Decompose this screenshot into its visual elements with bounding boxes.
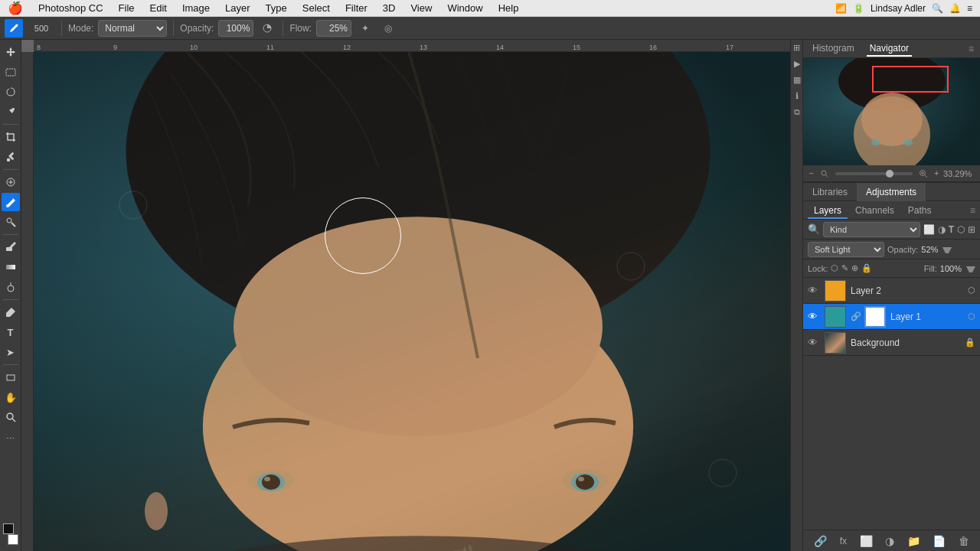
panel-options-icon[interactable]: ≡ <box>969 44 974 54</box>
zoom-slider[interactable] <box>835 172 913 175</box>
menu-view[interactable]: View <box>403 0 439 17</box>
type-tool[interactable]: T <box>2 323 20 341</box>
hand-tool[interactable]: ✋ <box>2 388 20 406</box>
arrange-icon[interactable]: ⊞ <box>793 43 800 53</box>
layer-visibility-eye[interactable]: 👁 <box>808 337 820 348</box>
clone-stamp-tool[interactable] <box>2 213 20 231</box>
filter-smart-icon[interactable]: ⊞ <box>968 224 975 235</box>
marquee-tool[interactable] <box>2 63 20 81</box>
menu-icon[interactable]: ≡ <box>967 3 972 14</box>
tab-navigator[interactable]: Navigator <box>867 41 912 57</box>
tab-libraries[interactable]: Libraries <box>803 183 857 201</box>
play-icon[interactable]: ▶ <box>794 59 800 69</box>
menu-window[interactable]: Window <box>439 0 490 17</box>
new-layer-btn[interactable]: 📄 <box>933 535 946 547</box>
new-folder-btn[interactable]: 📁 <box>907 535 920 547</box>
layer-row[interactable]: 👁 Layer 2 ⬡ <box>803 278 980 304</box>
link-layers-btn[interactable]: 🔗 <box>814 535 827 547</box>
layer-visibility-eye[interactable]: 👁 <box>808 285 820 296</box>
layer-row[interactable]: 👁 🔗 Layer 1 ⬡ <box>803 304 980 330</box>
brush-tool[interactable] <box>2 193 20 211</box>
eyedropper-tool[interactable] <box>2 148 20 166</box>
airbrush-icon[interactable]: ✦ <box>356 19 374 37</box>
opacity-adjust-icon[interactable] <box>258 19 276 37</box>
apple-icon[interactable]: 🍎 <box>8 1 23 15</box>
kind-select[interactable]: Kind <box>823 222 920 237</box>
search-icon[interactable]: 🔍 <box>932 3 943 14</box>
svg-point-52 <box>903 139 913 145</box>
tab-histogram[interactable]: Histogram <box>809 41 858 57</box>
color-swatches[interactable] <box>0 523 21 545</box>
menu-file[interactable]: File <box>111 0 142 17</box>
layer-lock-icon: 🔒 <box>965 337 975 347</box>
lock-pixel-btn[interactable]: ⬡ <box>831 263 838 273</box>
dodge-tool[interactable] <box>2 278 20 296</box>
info-icon[interactable]: ℹ <box>795 91 799 101</box>
extras-tool[interactable]: ⋯ <box>2 429 20 448</box>
filter-pixel-icon[interactable]: ⬜ <box>923 224 935 235</box>
menu-image[interactable]: Image <box>175 0 217 17</box>
crop-tool[interactable] <box>2 128 20 146</box>
layer-row[interactable]: 👁 Background 🔒 <box>803 330 980 356</box>
opacity-input[interactable] <box>218 20 253 37</box>
svg-point-39 <box>578 477 584 481</box>
heal-tool[interactable] <box>2 173 20 191</box>
menu-edit[interactable]: Edit <box>142 0 175 17</box>
menu-3d[interactable]: 3D <box>375 0 403 17</box>
filter-type-icon[interactable]: T <box>949 224 954 235</box>
menu-type[interactable]: Type <box>258 0 295 17</box>
gradient-tool[interactable] <box>2 258 20 276</box>
menu-select[interactable]: Select <box>295 0 338 17</box>
delete-layer-btn[interactable]: 🗑 <box>959 535 969 547</box>
filter-type-icons: ⬜ ◑ T ⬡ ⊞ <box>923 224 975 235</box>
tab-paths[interactable]: Paths <box>902 202 938 219</box>
add-mask-btn[interactable]: ⬜ <box>860 535 873 547</box>
menu-layer[interactable]: Layer <box>217 0 258 17</box>
mode-select[interactable]: Normal Multiply Soft Light <box>98 20 167 37</box>
filter-row: 🔍 Kind ⬜ ◑ T ⬡ ⊞ <box>803 220 980 240</box>
brush-size-input[interactable]: 500 <box>28 19 55 37</box>
background-color[interactable] <box>8 534 18 545</box>
shape-tool[interactable] <box>2 368 20 386</box>
menu-photoshop[interactable]: Photoshop CC <box>31 0 111 17</box>
zoom-in-btn[interactable]: + <box>934 169 939 178</box>
blend-mode-select[interactable]: Soft Light Normal Multiply <box>808 242 884 257</box>
path-select-tool[interactable]: ➤ <box>2 343 20 361</box>
zoom-out-btn[interactable]: − <box>809 169 814 178</box>
layer-photo-swatch <box>825 333 845 353</box>
fill-slider-icon[interactable] <box>966 264 975 273</box>
foreground-color[interactable] <box>3 523 14 534</box>
layer-name: Layer 2 <box>851 285 963 296</box>
lasso-tool[interactable] <box>2 83 20 101</box>
navigator-preview <box>803 58 980 165</box>
layers-small-icon[interactable]: ⧉ <box>794 107 800 117</box>
tab-layers[interactable]: Layers <box>808 202 848 219</box>
new-adjustment-btn[interactable]: ◑ <box>885 535 894 547</box>
filter-shape-icon[interactable]: ⬡ <box>957 224 965 235</box>
layer-visibility-eye[interactable]: 👁 <box>808 311 820 322</box>
flow-input[interactable] <box>316 20 351 37</box>
filter-adjustment-icon[interactable]: ◑ <box>938 224 946 235</box>
notification-icon[interactable]: 🔔 <box>949 3 961 14</box>
opacity-label: Opacity: <box>180 23 214 34</box>
lock-position-btn[interactable]: ⊕ <box>851 263 858 273</box>
menu-filter[interactable]: Filter <box>338 0 375 17</box>
layer-name: Layer 1 <box>890 311 963 322</box>
menu-help[interactable]: Help <box>491 0 527 17</box>
lock-move-btn[interactable]: ✎ <box>841 263 848 273</box>
lock-all-btn[interactable]: 🔒 <box>861 263 872 273</box>
zoom-tool[interactable] <box>2 408 20 426</box>
opacity-slider-icon[interactable] <box>942 245 952 254</box>
pen-tool[interactable] <box>2 303 20 321</box>
brush-tool-active[interactable] <box>5 19 23 37</box>
add-effect-btn[interactable]: fx <box>840 536 847 546</box>
magic-wand-tool[interactable] <box>2 103 20 121</box>
smoothing-icon[interactable]: ◎ <box>379 19 397 37</box>
move-tool[interactable] <box>2 43 20 61</box>
layers-options-icon[interactable]: ≡ <box>970 205 975 216</box>
tab-channels[interactable]: Channels <box>849 202 900 219</box>
eraser-tool[interactable] <box>2 238 20 256</box>
grid-icon[interactable]: ▦ <box>793 75 801 85</box>
tab-adjustments[interactable]: Adjustments <box>857 183 926 201</box>
zoom-thumb[interactable] <box>886 170 893 178</box>
